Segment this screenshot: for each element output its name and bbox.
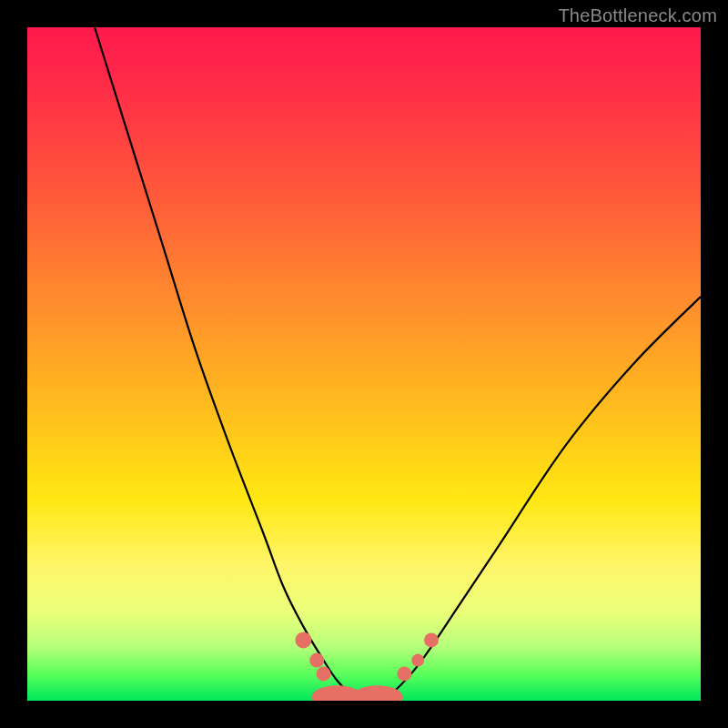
chart-svg [27,27,701,701]
chart-frame: TheBottleneck.com [0,0,728,728]
watermark-text: TheBottleneck.com [558,5,717,26]
highlight-dot [397,666,411,681]
highlight-dot [352,685,403,701]
curve-path [95,27,701,701]
bottleneck-curve [95,27,701,701]
highlight-dot [309,653,324,668]
highlight-dots [295,632,439,701]
plot-area [27,27,701,701]
highlight-dot [411,654,424,667]
highlight-dot [317,666,331,681]
highlight-dot [295,632,311,648]
highlight-dot [424,632,439,647]
